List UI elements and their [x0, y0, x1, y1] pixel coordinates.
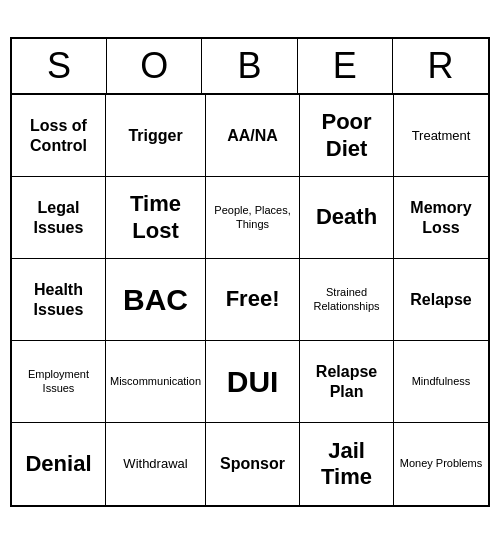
- bingo-cell-20: Denial: [12, 423, 106, 505]
- bingo-cell-5: Legal Issues: [12, 177, 106, 259]
- bingo-cell-7: People, Places, Things: [206, 177, 300, 259]
- bingo-cell-24: Money Problems: [394, 423, 488, 505]
- header-letter: O: [107, 39, 202, 93]
- bingo-cell-8: Death: [300, 177, 394, 259]
- bingo-cell-12: Free!: [206, 259, 300, 341]
- header-letter: R: [393, 39, 488, 93]
- header-letter: E: [298, 39, 393, 93]
- bingo-cell-19: Mindfulness: [394, 341, 488, 423]
- bingo-cell-16: Miscommunication: [106, 341, 206, 423]
- bingo-cell-13: Strained Relationships: [300, 259, 394, 341]
- bingo-cell-15: Employment Issues: [12, 341, 106, 423]
- bingo-cell-17: DUI: [206, 341, 300, 423]
- header-letter: B: [202, 39, 297, 93]
- bingo-cell-3: Poor Diet: [300, 95, 394, 177]
- bingo-cell-6: Time Lost: [106, 177, 206, 259]
- bingo-grid: Loss of ControlTriggerAA/NAPoor DietTrea…: [12, 95, 488, 505]
- bingo-cell-18: Relapse Plan: [300, 341, 394, 423]
- bingo-cell-14: Relapse: [394, 259, 488, 341]
- bingo-cell-9: Memory Loss: [394, 177, 488, 259]
- header-letter: S: [12, 39, 107, 93]
- bingo-cell-2: AA/NA: [206, 95, 300, 177]
- bingo-header: SOBER: [12, 39, 488, 95]
- bingo-cell-1: Trigger: [106, 95, 206, 177]
- bingo-cell-11: BAC: [106, 259, 206, 341]
- bingo-card: SOBER Loss of ControlTriggerAA/NAPoor Di…: [10, 37, 490, 507]
- bingo-cell-10: Health Issues: [12, 259, 106, 341]
- bingo-cell-0: Loss of Control: [12, 95, 106, 177]
- bingo-cell-21: Withdrawal: [106, 423, 206, 505]
- bingo-cell-23: Jail Time: [300, 423, 394, 505]
- bingo-cell-4: Treatment: [394, 95, 488, 177]
- bingo-cell-22: Sponsor: [206, 423, 300, 505]
